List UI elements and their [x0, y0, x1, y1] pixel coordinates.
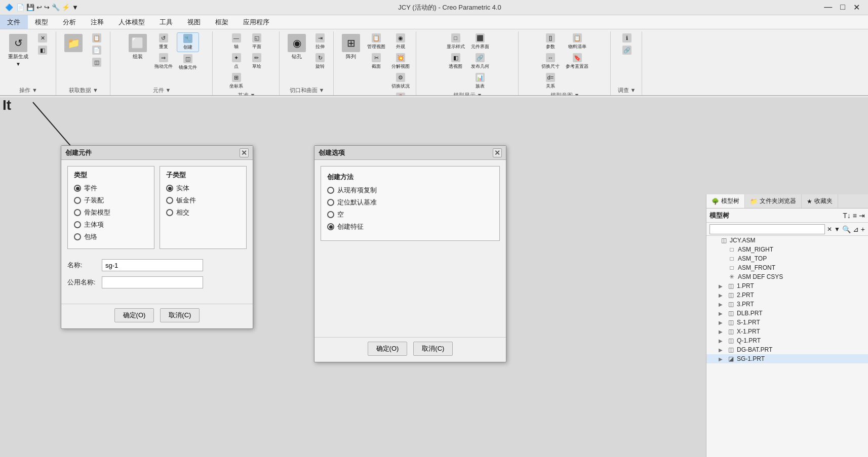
type-radio-0[interactable] [74, 185, 81, 192]
tree-item-x1-prt[interactable]: ▶ ◫ X-1.PRT [706, 327, 868, 336]
publish-geo-btn[interactable]: 🔗 发布几何 [469, 52, 491, 71]
tab-favorites[interactable]: ★ 收藏夹 [802, 194, 838, 208]
regenerate-btn[interactable]: ↺ 重新生成 ▼ [5, 32, 31, 68]
menu-file[interactable]: 文件 [0, 15, 28, 29]
close-btn[interactable]: ✕ [850, 3, 863, 12]
tree-item-jcy-asm[interactable]: ◫ JCY.ASM [706, 236, 868, 245]
sketch-btn[interactable]: ✏ 草绘 [248, 52, 266, 71]
dialog-create-options-close[interactable]: ✕ [493, 148, 502, 157]
point-btn[interactable]: ✦ 点 [227, 52, 246, 71]
method-option-1[interactable]: 定位默认基准 [327, 198, 493, 207]
drill-btn[interactable]: ◉ 钻孔 [285, 32, 309, 62]
method-radio-1[interactable] [327, 199, 334, 206]
edit-pos-btn[interactable]: 📍 编辑位置 [389, 92, 412, 96]
ribbon-group-model-intent-label[interactable]: 模型意图 ▼ [550, 92, 580, 96]
revolve-btn[interactable]: ↻ 旋转 [311, 52, 329, 71]
type-option-4[interactable]: 包络 [74, 232, 148, 241]
ribbon-group-model-display-label[interactable]: 模型显示 ▼ [453, 92, 483, 96]
tree-item-asm-def-csys[interactable]: ✳ ASM DEF CSYS [706, 272, 868, 281]
switch-dim-btn[interactable]: ↔ 切换尺寸 [539, 52, 562, 71]
method-radio-0[interactable] [327, 187, 334, 194]
ribbon-group-datum-label[interactable]: 基准 ▼ [238, 92, 256, 96]
ribbon-group-getdata-label[interactable]: 获取数据 ▼ [69, 87, 98, 94]
ribbon-group-operations-label[interactable]: 操作 ▼ [19, 87, 37, 94]
display-style-btn[interactable]: □ 显示样式 [445, 32, 467, 51]
bom-btn[interactable]: 📋 物料清单 [564, 32, 590, 51]
tree-item-3prt[interactable]: ▶ ◫ 3.PRT [706, 300, 868, 309]
tab-file-browser[interactable]: 📁 文件夹浏览器 [745, 194, 802, 208]
create-element-cancel-btn[interactable]: 取消(C) [160, 308, 200, 322]
create-options-cancel-btn[interactable]: 取消(C) [413, 342, 453, 356]
menu-tools[interactable]: 工具 [152, 15, 180, 29]
subtype-radio-2[interactable] [166, 209, 173, 216]
params-btn[interactable]: [] 参数 [539, 32, 562, 51]
subtype-option-2[interactable]: 相交 [166, 208, 240, 217]
menu-framework[interactable]: 框架 [208, 15, 236, 29]
method-radio-3[interactable] [327, 223, 334, 230]
toolbar-btn-filter[interactable]: T↓ [843, 212, 851, 220]
tree-item-asm-front[interactable]: □ ASM_FRONT [706, 263, 868, 272]
tab-model-tree[interactable]: 🌳 模型树 [706, 194, 745, 208]
type-radio-3[interactable] [74, 221, 81, 228]
type-option-1[interactable]: 子装配 [74, 196, 148, 205]
method-option-2[interactable]: 空 [327, 210, 493, 219]
tree-item-dlb-prt[interactable]: ▶ ◫ DLB.PRT [706, 309, 868, 318]
getdata-btn[interactable]: 📁 [61, 32, 86, 55]
ribbon-group-components-label[interactable]: 元件 ▼ [153, 87, 171, 94]
maximize-btn[interactable]: □ [837, 3, 848, 12]
tree-item-asm-top[interactable]: □ ASM_TOP [706, 254, 868, 263]
toggle-btn[interactable]: ⚙ 切换状况 [389, 72, 412, 91]
subtype-radio-1[interactable] [166, 197, 173, 204]
name-input[interactable] [102, 259, 203, 271]
menu-model[interactable]: 模型 [28, 15, 56, 29]
window-controls[interactable]: — □ ✕ [821, 3, 863, 12]
toolbar-btn-columns[interactable]: ≡ [853, 212, 857, 220]
tree-item-dg-bat-prt[interactable]: ▶ ◫ DG-BAT.PRT [706, 345, 868, 354]
repeat-btn[interactable]: ↺ 重复 [152, 32, 175, 51]
explode-btn[interactable]: 💥 分解视图 [389, 52, 412, 71]
link-btn[interactable]: 🔗 [618, 45, 636, 56]
tree-item-q1-prt[interactable]: ▶ ◫ Q-1.PRT [706, 336, 868, 345]
relation-btn[interactable]: d= 关系 [539, 72, 562, 91]
type-option-2[interactable]: 骨架模型 [74, 208, 148, 217]
op-btn1[interactable]: ✕ [33, 32, 52, 44]
create-component-btn[interactable]: 🔧 创建 [177, 32, 199, 52]
manage-view-btn[interactable]: 📋 管理视图 [365, 32, 387, 51]
gd-btn3[interactable]: ◫ [88, 57, 106, 68]
tree-filter-icon[interactable]: ⊿ [853, 225, 859, 233]
extrude-btn[interactable]: ⇥ 拉伸 [311, 32, 329, 51]
ref-viewer-btn[interactable]: 🔖 参考直置器 [564, 52, 590, 71]
toolbar-btn-expand[interactable]: ⇥ [859, 212, 865, 220]
menu-analysis[interactable]: 分析 [56, 15, 84, 29]
comp-interface-btn[interactable]: ⬛ 元件界面 [469, 32, 491, 51]
dialog-create-element-close[interactable]: ✕ [240, 148, 249, 157]
type-radio-1[interactable] [74, 197, 81, 204]
assemble-btn[interactable]: ⬜ 组装 [125, 32, 150, 62]
tree-item-s1-prt[interactable]: ▶ ◫ S-1.PRT [706, 318, 868, 327]
method-option-3[interactable]: 创建特征 [327, 222, 493, 231]
tree-item-2prt[interactable]: ▶ ◫ 2.PRT [706, 290, 868, 300]
coords-btn[interactable]: ⊞ 坐标系 [227, 72, 246, 91]
type-radio-4[interactable] [74, 233, 81, 240]
plane-btn[interactable]: ◱ 平面 [248, 32, 266, 51]
gd-btn1[interactable]: 📋 [88, 32, 106, 44]
op-btn2[interactable]: ◧ [33, 45, 52, 56]
appearance-btn[interactable]: ◉ 外观 [389, 32, 412, 51]
type-option-0[interactable]: 零件 [74, 184, 148, 193]
search-dropdown-btn[interactable]: ▼ [834, 226, 840, 233]
ribbon-group-cutsurf-label[interactable]: 切口和曲面 ▼ [290, 87, 325, 94]
subtype-option-0[interactable]: 实体 [166, 184, 240, 193]
menu-applications[interactable]: 应用程序 [236, 15, 277, 29]
search-clear-btn[interactable]: ✕ [827, 226, 832, 233]
tree-search-input[interactable] [709, 224, 825, 234]
mirror-btn[interactable]: ◫ 镜像元件 [177, 53, 199, 72]
tree-item-1prt[interactable]: ▶ ◫ 1.PRT [706, 281, 868, 290]
perspective-btn[interactable]: ◧ 透视图 [445, 52, 467, 71]
section-btn[interactable]: ✂ 截面 [365, 52, 387, 71]
family-table-btn[interactable]: 📊 族表 [469, 72, 491, 91]
ribbon-group-survey-label[interactable]: 调查 ▼ [618, 87, 636, 94]
axis-btn[interactable]: — 轴 [227, 32, 246, 51]
gd-btn2[interactable]: 📄 [88, 45, 106, 56]
subtype-radio-0[interactable] [166, 185, 173, 192]
menu-view[interactable]: 视图 [180, 15, 208, 29]
